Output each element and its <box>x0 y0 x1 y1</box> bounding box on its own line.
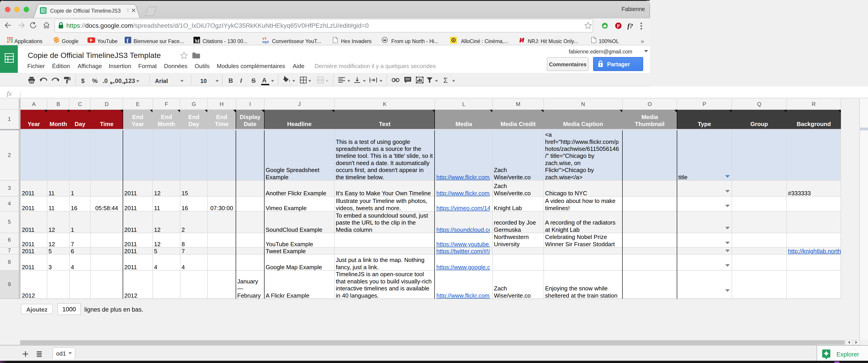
svg-text:P: P <box>617 23 620 29</box>
